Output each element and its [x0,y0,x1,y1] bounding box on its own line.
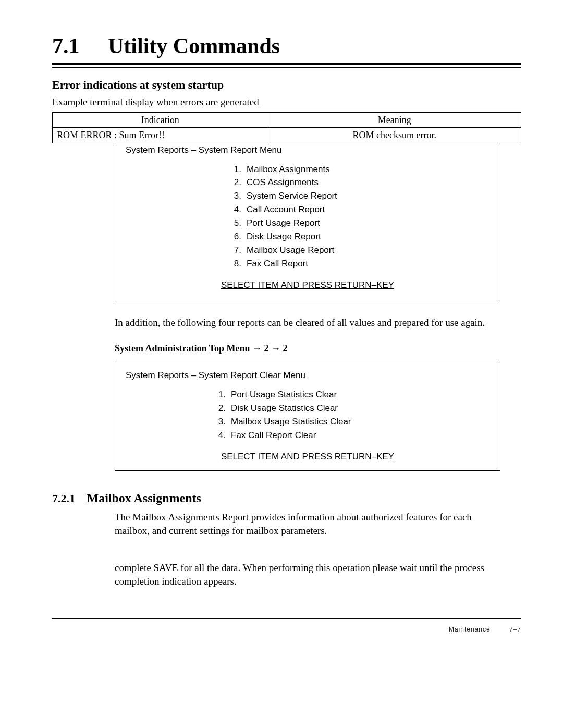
subsection-title: Mailbox Assignments [87,490,201,506]
item-label: Disk Usage Statistics Clear [231,403,338,413]
paragraph: complete SAVE for all the data. When per… [115,561,500,588]
footer-page: 7–7 [509,625,521,634]
item-label: Mailbox Usage Report [247,245,334,255]
col-meaning: Meaning [268,113,521,128]
item-num: 5. [230,217,241,229]
item-label: Fax Call Report Clear [231,430,316,440]
list-item: 2.Disk Usage Statistics Clear [126,403,489,415]
list-item: 4.Call Account Report [126,204,489,216]
paragraph: The Mailbox Assignments Report provides … [115,511,500,537]
intro-text: Example terminal display when errors are… [52,95,521,109]
terminal-report-menu: System Reports – System Report Menu 1.Ma… [115,143,500,301]
terminal-clear-menu: System Reports – System Report Clear Men… [115,362,500,471]
item-num: 4. [230,204,241,216]
item-label: COS Assignments [247,177,319,187]
item-num: 8. [230,258,241,270]
paragraph: In addition, the following four reports … [115,316,500,330]
footer: Maintenance 7–7 [52,625,521,634]
item-num: 7. [230,245,241,257]
list-item: 8.Fax Call Report [126,258,489,270]
section-number: 7.1 [52,31,80,61]
item-num: 3. [214,416,226,428]
item-label: System Service Report [247,191,337,201]
item-num: 6. [230,231,241,243]
error-table: Indication Meaning ROM ERROR : Sum Error… [52,112,521,143]
page-title-row: 7.1 Utility Commands [52,31,521,61]
subsection-error-indications: Error indications at system startup [52,77,521,93]
table-header-row: Indication Meaning [53,113,521,128]
subsection-number: 7.2.1 [52,491,75,506]
item-label: Fax Call Report [247,259,308,269]
select-prompt: SELECT ITEM AND PRESS RETURN–KEY [126,280,489,292]
terminal-title: System Reports – System Report Menu [126,144,489,156]
item-num: 4. [214,430,226,442]
list-item: 6.Disk Usage Report [126,231,489,243]
item-label: Mailbox Assignments [247,164,330,174]
item-label: Port Usage Statistics Clear [231,390,337,399]
menu-list: 1.Mailbox Assignments 2.COS Assignments … [126,164,489,271]
list-item: 1.Port Usage Statistics Clear [126,389,489,401]
item-num: 2. [214,403,226,415]
list-item: 7.Mailbox Usage Report [126,245,489,257]
item-num: 3. [230,190,241,202]
terminal-title: System Reports – System Report Clear Men… [126,370,489,382]
item-num: 1. [230,164,241,176]
item-num: 2. [230,177,241,189]
menu-path: System Administration Top Menu → 2 → 2 [115,342,500,355]
cell-indication: ROM ERROR : Sum Error!! [53,128,268,143]
list-item: 4.Fax Call Report Clear [126,430,489,442]
list-item: 2.COS Assignments [126,177,489,189]
list-item: 3.Mailbox Usage Statistics Clear [126,416,489,428]
item-label: Port Usage Report [247,218,320,228]
list-item: 1.Mailbox Assignments [126,164,489,176]
item-label: Call Account Report [247,204,325,214]
footer-rule [52,618,521,619]
item-num: 1. [214,389,226,401]
section-title: Utility Commands [108,31,280,61]
cell-meaning: ROM checksum error. [268,128,521,143]
list-item: 3.System Service Report [126,190,489,202]
item-label: Mailbox Usage Statistics Clear [231,417,351,427]
item-label: Disk Usage Report [247,232,321,241]
col-indication: Indication [53,113,268,128]
menu-list: 1.Port Usage Statistics Clear 2.Disk Usa… [126,389,489,442]
select-prompt: SELECT ITEM AND PRESS RETURN–KEY [126,451,489,463]
table-row: ROM ERROR : Sum Error!! ROM checksum err… [53,128,521,143]
subsection-mailbox-assignments: 7.2.1 Mailbox Assignments [52,490,521,506]
list-item: 5.Port Usage Report [126,217,489,229]
title-rule [52,63,521,68]
footer-label: Maintenance [449,626,491,633]
